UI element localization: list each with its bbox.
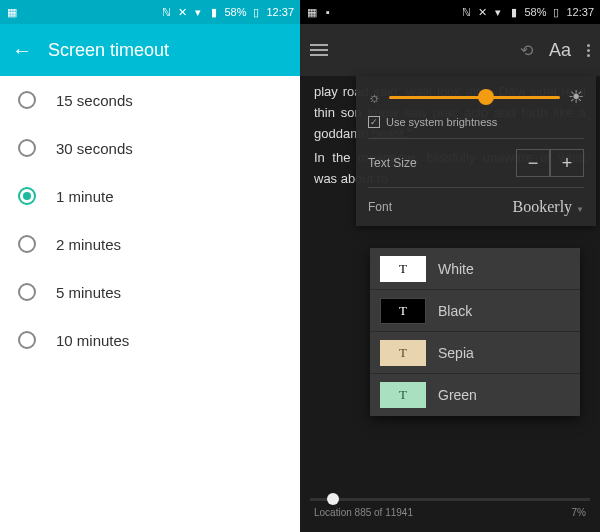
mute-icon: ✕ — [476, 6, 488, 18]
timeout-label: 30 seconds — [56, 140, 133, 157]
nfc-icon: ℕ — [460, 6, 472, 18]
reader-footer: Location 885 of 11941 7% — [300, 492, 600, 532]
wifi-icon: ▾ — [492, 6, 504, 18]
brightness-low-icon: ☼ — [368, 89, 381, 105]
theme-swatch: T — [380, 382, 426, 408]
app-icon: ▪ — [322, 6, 334, 18]
signal-icon: ▮ — [208, 6, 220, 18]
radio-icon — [18, 283, 36, 301]
reader-header: ⟲ Aa — [300, 24, 600, 76]
progress-thumb[interactable] — [327, 493, 339, 505]
slider-thumb[interactable] — [478, 89, 494, 105]
back-icon[interactable]: ← — [12, 39, 32, 62]
statusbar: ▦ ℕ ✕ ▾ ▮ 58% ▯ 12:37 — [0, 0, 300, 24]
radio-icon — [18, 331, 36, 349]
clock-text: 12:37 — [566, 6, 594, 18]
overflow-icon[interactable] — [587, 44, 590, 57]
text-size-decrease-button[interactable]: − — [516, 149, 550, 177]
brightness-slider[interactable] — [389, 96, 560, 99]
battery-text: 58% — [224, 6, 246, 18]
timeout-option[interactable]: 5 minutes — [0, 268, 300, 316]
radio-icon — [18, 91, 36, 109]
timeout-option[interactable]: 30 seconds — [0, 124, 300, 172]
timeout-label: 5 minutes — [56, 284, 121, 301]
timeout-option[interactable]: 15 seconds — [0, 76, 300, 124]
theme-label: Sepia — [438, 345, 474, 361]
theme-menu: TWhiteTBlackTSepiaTGreen — [370, 248, 580, 416]
font-settings-button[interactable]: Aa — [549, 40, 571, 61]
location-text: Location 885 of 11941 — [314, 507, 413, 518]
right-panel: ▦ ▪ ℕ ✕ ▾ ▮ 58% ▯ 12:37 ⟲ Aa play road s… — [300, 0, 600, 532]
wifi-icon: ▾ — [192, 6, 204, 18]
chevron-down-icon: ▼ — [576, 205, 584, 214]
timeout-option[interactable]: 1 minute — [0, 172, 300, 220]
sync-icon[interactable]: ⟲ — [520, 41, 533, 60]
theme-label: Green — [438, 387, 477, 403]
statusbar-right: ▦ ▪ ℕ ✕ ▾ ▮ 58% ▯ 12:37 — [300, 0, 600, 24]
left-panel: ▦ ℕ ✕ ▾ ▮ 58% ▯ 12:37 ← Screen timeout 1… — [0, 0, 300, 532]
theme-label: White — [438, 261, 474, 277]
radio-icon — [18, 235, 36, 253]
timeout-option[interactable]: 10 minutes — [0, 316, 300, 364]
font-label: Font — [368, 200, 392, 214]
text-size-label: Text Size — [368, 156, 417, 170]
timeout-label: 10 minutes — [56, 332, 129, 349]
text-size-increase-button[interactable]: + — [550, 149, 584, 177]
image-icon: ▦ — [6, 6, 18, 18]
theme-label: Black — [438, 303, 472, 319]
timeout-list: 15 seconds30 seconds1 minute2 minutes5 m… — [0, 76, 300, 364]
brightness-high-icon: ☀ — [568, 86, 584, 108]
theme-option-green[interactable]: TGreen — [370, 374, 580, 416]
menu-icon[interactable] — [310, 44, 328, 56]
battery-icon: ▯ — [250, 6, 262, 18]
theme-swatch: T — [380, 340, 426, 366]
radio-icon — [18, 187, 36, 205]
timeout-label: 1 minute — [56, 188, 114, 205]
theme-option-black[interactable]: TBlack — [370, 290, 580, 332]
timeout-option[interactable]: 2 minutes — [0, 220, 300, 268]
nfc-icon: ℕ — [160, 6, 172, 18]
theme-swatch: T — [380, 256, 426, 282]
percent-text: 7% — [572, 507, 586, 518]
theme-option-white[interactable]: TWhite — [370, 248, 580, 290]
battery-text: 58% — [524, 6, 546, 18]
timeout-label: 2 minutes — [56, 236, 121, 253]
clock-text: 12:37 — [266, 6, 294, 18]
page-title: Screen timeout — [48, 40, 169, 61]
display-settings-panel: ☼ ☀ ✓ Use system brightness Text Size − … — [356, 76, 596, 226]
system-brightness-label: Use system brightness — [386, 116, 497, 128]
left-header: ← Screen timeout — [0, 24, 300, 76]
timeout-label: 15 seconds — [56, 92, 133, 109]
mute-icon: ✕ — [176, 6, 188, 18]
radio-icon — [18, 139, 36, 157]
system-brightness-checkbox[interactable]: ✓ — [368, 116, 380, 128]
battery-icon: ▯ — [550, 6, 562, 18]
theme-option-sepia[interactable]: TSepia — [370, 332, 580, 374]
font-select[interactable]: Bookerly▼ — [513, 198, 584, 216]
signal-icon: ▮ — [508, 6, 520, 18]
image-icon: ▦ — [306, 6, 318, 18]
theme-swatch: T — [380, 298, 426, 324]
progress-slider[interactable] — [310, 498, 590, 501]
